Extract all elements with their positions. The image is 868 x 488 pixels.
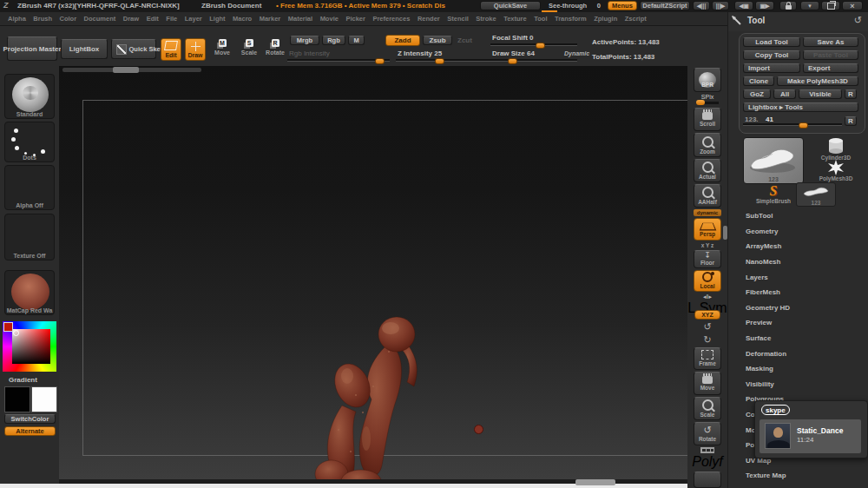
subpalette-header[interactable]: Texture Map — [728, 468, 868, 484]
scroll-button[interactable]: Scroll — [694, 108, 721, 131]
document-canvas[interactable] — [59, 66, 687, 479]
menu-item[interactable]: Light — [209, 15, 225, 23]
menu-item[interactable]: Alpha — [8, 15, 26, 23]
rgb-intensity-slider[interactable]: Rgb Intensity — [287, 59, 390, 62]
mrgb-button[interactable]: Mrgb — [290, 36, 319, 45]
menu-item[interactable]: File — [166, 15, 177, 23]
rgb-intensity-knob[interactable] — [375, 58, 385, 64]
rgb-button[interactable]: Rgb — [322, 36, 345, 45]
tool-panel-header[interactable]: Tool ↺ — [728, 12, 868, 31]
draw-button[interactable]: Draw — [185, 38, 206, 61]
canvas-divider-track[interactable] — [62, 68, 201, 72]
bottom-divider-handle[interactable] — [575, 479, 615, 485]
export-button[interactable]: Export — [803, 63, 858, 73]
menu-item[interactable]: Picker — [345, 15, 365, 23]
texture-thumbnail[interactable]: Texture Off — [4, 214, 55, 260]
projection-master-button[interactable]: Projection Master — [7, 36, 57, 61]
menu-item[interactable]: Preferences — [372, 15, 410, 23]
copy-tool-button[interactable]: Copy Tool — [743, 50, 800, 60]
gradient-label[interactable]: Gradient — [9, 376, 37, 384]
paste-tool-button[interactable]: Paste Tool — [803, 50, 858, 60]
clone-button[interactable]: Clone — [743, 76, 774, 86]
load-tool-button[interactable]: Load Tool — [743, 37, 800, 47]
see-through-button[interactable]: See-through 0 — [545, 1, 604, 10]
alpha-thumbnail[interactable]: Alpha Off — [4, 165, 55, 210]
active-tool-thumbnail[interactable]: 123 — [743, 137, 804, 184]
lock-button[interactable] — [779, 1, 797, 10]
subpalette-header[interactable]: Surface — [728, 331, 868, 346]
xyz-button[interactable]: XYZ — [694, 310, 720, 320]
menu-item[interactable]: Render — [418, 15, 440, 23]
menu-item[interactable]: Macro — [233, 15, 252, 23]
menu-item[interactable]: Zplugin — [594, 15, 617, 23]
dock-right-button[interactable]: ▣▶ — [755, 1, 774, 10]
secondary-color-swatch[interactable] — [31, 386, 57, 412]
move-3d-button[interactable]: Move — [694, 372, 721, 395]
menu-item[interactable]: Texture — [503, 15, 527, 23]
m-button[interactable]: M — [348, 36, 365, 45]
scale-button[interactable]: S Scale — [239, 39, 260, 62]
menu-item[interactable]: Movie — [320, 15, 339, 23]
quick-sketch-button[interactable]: Quick Sketch — [111, 39, 156, 59]
move-button[interactable]: M Move — [212, 39, 233, 62]
focal-shift-slider[interactable]: Focal Shift 0 — [490, 43, 577, 46]
subpalette-header[interactable]: Preview — [728, 315, 868, 331]
stroke-thumbnail[interactable]: Dots — [4, 122, 55, 162]
tool-name-slider[interactable]: 123. 41 — [743, 115, 842, 126]
subpalette-header[interactable]: Masking — [728, 361, 868, 377]
draw-size-slider[interactable]: Draw Size 64 — [490, 59, 577, 62]
transp-button-partial[interactable] — [694, 472, 721, 488]
spix-slider[interactable]: SPix — [694, 94, 721, 106]
skype-notification[interactable]: skype Static_Dance 11:24 — [754, 400, 868, 458]
rotate-3d-button[interactable]: ↺ Rotate — [694, 422, 721, 445]
lightbox-button[interactable]: LightBox — [61, 39, 108, 59]
subpalette-header[interactable]: ArrayMesh — [728, 239, 868, 254]
floor-axis-toggles[interactable]: x Y z — [701, 242, 714, 248]
zoom-button[interactable]: Zoom — [694, 133, 721, 156]
frame-button[interactable]: Frame — [694, 347, 721, 369]
quicksave-button[interactable]: QuickSave — [480, 1, 541, 10]
alternate-button[interactable]: Alternate — [4, 426, 56, 436]
zadd-button[interactable]: Zadd — [385, 35, 420, 46]
save-as-button[interactable]: Save As — [803, 37, 858, 47]
restore-button[interactable] — [821, 1, 840, 10]
subpalette-header[interactable]: Geometry HD — [728, 300, 868, 316]
goz-r-button[interactable]: R — [845, 89, 857, 99]
polyf-button[interactable]: Polyf — [694, 447, 721, 470]
collapse-right-tray-button[interactable]: |||▶ — [712, 1, 729, 10]
menu-item[interactable]: Layer — [185, 15, 202, 23]
switch-color-button[interactable]: SwitchColor — [4, 414, 56, 424]
recent-tool-thumbnail[interactable]: 123 — [796, 182, 836, 207]
lsym-button[interactable]: ◂‖▸ L.Sym — [694, 293, 721, 308]
subpalette-header[interactable]: Geometry — [728, 224, 868, 240]
menu-item[interactable]: Edit — [147, 15, 159, 23]
menu-item[interactable]: Brush — [33, 15, 52, 23]
skype-body[interactable]: Static_Dance 11:24 — [760, 419, 861, 453]
dynamic-toggle[interactable]: Dynamic — [564, 50, 589, 56]
subpalette-header[interactable]: Layers — [728, 269, 868, 285]
tool-slider-r-button[interactable]: R — [845, 116, 857, 126]
aahalf-button[interactable]: AAHalf — [694, 184, 721, 208]
panel-reset-icon[interactable]: ↺ — [854, 15, 862, 26]
lightbox-tools-button[interactable]: Lightbox ▸ Tools — [743, 102, 858, 112]
z-intensity-knob[interactable] — [435, 58, 444, 64]
menus-button[interactable]: Menus — [608, 1, 637, 10]
menu-item[interactable]: Tool — [534, 15, 547, 23]
material-thumbnail[interactable]: MatCap Red Wa — [4, 270, 55, 315]
subpalette-header[interactable]: NanoMesh — [728, 254, 868, 270]
rotate-button[interactable]: R Rotate — [264, 39, 286, 62]
dynamic-persp-toggle[interactable]: dynamic — [694, 209, 721, 216]
menu-item[interactable]: Marker — [260, 15, 281, 23]
menu-item[interactable]: Draw — [123, 15, 139, 23]
subpalette-header[interactable]: Deformation — [728, 346, 868, 361]
subpalette-header[interactable]: FiberMesh — [728, 285, 868, 300]
current-color-chip[interactable] — [3, 322, 13, 332]
bpr-button[interactable]: BPR — [694, 68, 721, 92]
zcut-button[interactable]: Zcut — [457, 36, 472, 44]
color-picker[interactable] — [3, 321, 56, 372]
menu-item[interactable]: Zscript — [625, 15, 647, 23]
minimize-button[interactable]: ▼ — [800, 1, 819, 10]
all-button[interactable]: All — [773, 89, 796, 99]
import-button[interactable]: Import — [743, 63, 800, 73]
simplebrush-item[interactable]: S SimpleBrush — [746, 184, 801, 210]
